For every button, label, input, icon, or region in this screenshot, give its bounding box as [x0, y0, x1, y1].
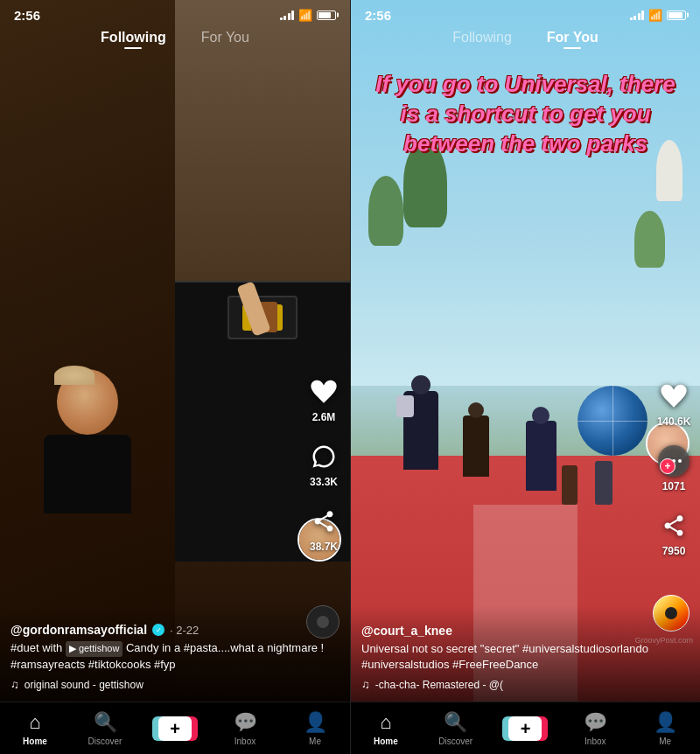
- overlay-text: If you go to Universal, there is a short…: [368, 70, 682, 158]
- left-disc-avatar: [306, 605, 340, 639]
- comment-button[interactable]: 33.3K: [306, 439, 341, 488]
- nav-me-label-right: Me: [659, 737, 671, 746]
- left-username: @gordonramsayofficial: [10, 623, 147, 637]
- like-count: 2.6M: [312, 411, 336, 423]
- left-nav-tabs: Following For You: [0, 24, 350, 56]
- right-battery-icon: [667, 10, 686, 20]
- right-status-icons: 📶: [630, 9, 687, 22]
- nav-inbox-left[interactable]: 💬 Inbox: [223, 711, 267, 746]
- home-icon-right: ⌂: [380, 711, 391, 734]
- left-username-row: @gordonramsayofficial ✓ · 2-22: [10, 623, 340, 637]
- tab-following-left[interactable]: Following: [101, 30, 166, 49]
- video-text-overlay: If you go to Universal, there is a short…: [351, 70, 700, 158]
- left-status-bar: 2:56 📶: [0, 0, 350, 26]
- nav-me-left[interactable]: 👤 Me: [293, 711, 337, 746]
- nav-home-left[interactable]: ⌂ Home: [13, 711, 57, 746]
- duet-right-video: [175, 0, 350, 702]
- right-share-button[interactable]: 7950: [656, 508, 691, 557]
- heart-icon: [306, 374, 341, 409]
- tab-for-you-right[interactable]: For You: [547, 30, 598, 49]
- nav-discover-label-right: Discover: [438, 737, 472, 746]
- right-share-count: 7950: [662, 545, 686, 557]
- nav-plus-right[interactable]: +: [503, 716, 547, 742]
- left-date: · 2-22: [170, 624, 199, 637]
- nav-discover-right[interactable]: 🔍 Discover: [434, 711, 478, 746]
- nav-plus-left[interactable]: +: [153, 716, 197, 742]
- nav-discover-left[interactable]: 🔍 Discover: [83, 711, 127, 746]
- right-status-bar: 2:56 📶: [351, 0, 700, 26]
- play-badge: ▶ gettishow: [66, 641, 122, 656]
- inbox-icon-left: 💬: [234, 711, 257, 734]
- person-silhouette-1: [403, 391, 438, 470]
- right-heart-icon: [656, 379, 691, 414]
- left-video-area: 2.6M 33.3K 38.7K @gordonramsayofficial ✓…: [0, 0, 350, 702]
- right-signal-icon: [630, 10, 645, 20]
- right-like-count: 140.6K: [657, 415, 691, 428]
- right-bottom-overlay: @court_a_knee Universal not so secret "s…: [351, 606, 700, 702]
- right-phone-panel: 2:56 📶 Following For You: [350, 0, 700, 754]
- nav-home-label-left: Home: [23, 737, 47, 746]
- like-button[interactable]: 2.6M: [306, 374, 341, 423]
- comment-count: 33.3K: [310, 476, 338, 488]
- person-figure-left: [35, 369, 140, 527]
- signal-icon: [280, 10, 295, 20]
- left-sound-row: ♫ original sound - gettishow: [10, 678, 340, 691]
- right-like-button[interactable]: 140.6K: [656, 379, 691, 428]
- right-video-area: If you go to Universal, there is a short…: [351, 0, 700, 702]
- right-nav-tabs: Following For You: [351, 24, 700, 56]
- share-button-right[interactable]: 38.7K: [306, 504, 341, 553]
- home-icon-left: ⌂: [29, 711, 40, 734]
- plus-button-left[interactable]: +: [155, 716, 195, 742]
- left-phone-panel: 2:56 📶 Following For You: [0, 0, 350, 754]
- right-username-row: @court_a_knee: [361, 624, 690, 638]
- discover-icon-right: 🔍: [444, 711, 467, 734]
- person-silhouette-2: [463, 415, 489, 477]
- me-icon-right: 👤: [654, 711, 677, 734]
- nav-inbox-label-left: Inbox: [234, 737, 256, 746]
- nav-me-label-left: Me: [309, 737, 321, 746]
- left-bottom-nav: ⌂ Home 🔍 Discover + 💬 Inbox 👤 Me: [0, 702, 350, 754]
- person-silhouette-3: [526, 421, 556, 491]
- comment-icon: [306, 439, 341, 474]
- left-bottom-overlay: @gordonramsayofficial ✓ · 2-22 #duet wit…: [0, 605, 350, 702]
- discover-icon-left: 🔍: [94, 711, 117, 734]
- nav-me-right[interactable]: 👤 Me: [643, 711, 687, 746]
- left-caption: #duet with ▶ gettishow Candy in a #pasta…: [10, 640, 340, 673]
- left-action-buttons: 2.6M 33.3K 38.7K: [306, 374, 341, 553]
- battery-icon: [317, 10, 336, 20]
- left-sound-text: original sound - gettishow: [24, 679, 144, 691]
- music-note-icon: ♫: [10, 678, 19, 691]
- right-username: @court_a_knee: [361, 624, 452, 638]
- duet-left-video: [0, 0, 175, 702]
- nav-inbox-label-right: Inbox: [584, 737, 606, 746]
- right-music-note-icon: ♫: [361, 678, 370, 691]
- right-sound-row: ♫ -cha-cha- Remastered - @(: [361, 678, 690, 691]
- right-share-icon: [656, 508, 691, 543]
- duet-container: [0, 0, 350, 702]
- right-avatar-plus-button[interactable]: +: [660, 458, 676, 474]
- tab-following-right[interactable]: Following: [452, 30, 512, 49]
- right-status-time: 2:56: [365, 8, 391, 23]
- nav-discover-label-left: Discover: [88, 737, 122, 746]
- nav-inbox-right[interactable]: 💬 Inbox: [573, 711, 617, 746]
- right-caption: Universal not so secret "secret" #univer…: [361, 641, 690, 673]
- left-status-icons: 📶: [280, 9, 337, 22]
- right-wifi-icon: 📶: [648, 9, 662, 22]
- right-comment-count: 1071: [662, 480, 686, 492]
- left-status-time: 2:56: [14, 8, 40, 23]
- park-globe: [578, 386, 648, 456]
- right-sound-text: -cha-cha- Remastered - @(: [375, 679, 503, 691]
- wifi-icon: 📶: [298, 9, 312, 22]
- nav-home-right[interactable]: ⌂ Home: [364, 711, 408, 746]
- me-icon-left: 👤: [304, 711, 327, 734]
- right-bottom-nav: ⌂ Home 🔍 Discover + 💬 Inbox 👤 Me: [351, 702, 700, 754]
- plus-button-right[interactable]: +: [505, 716, 545, 742]
- inbox-icon-right: 💬: [584, 711, 607, 734]
- share-icon: [306, 504, 341, 539]
- tab-for-you-left[interactable]: For You: [201, 30, 249, 49]
- verified-icon: ✓: [152, 624, 164, 636]
- nav-home-label-right: Home: [374, 737, 398, 746]
- share-count: 38.7K: [310, 541, 338, 553]
